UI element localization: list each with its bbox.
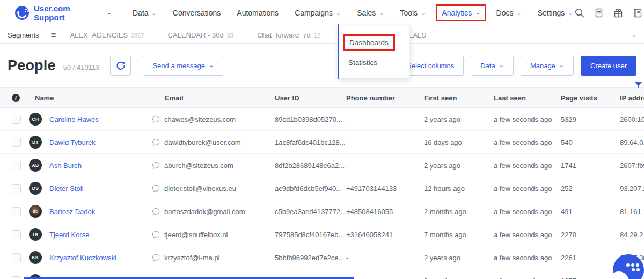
column-header[interactable]: Email [165,94,275,102]
user-name-link[interactable]: Dawid Tyburek [46,138,151,146]
first-seen-cell: 2 years ago [424,161,494,170]
ip-cell: 2607:fb9 [620,161,644,170]
menu-item-statistics[interactable]: Statistics [339,53,409,72]
chat-bubble-icon[interactable] [151,161,164,170]
phone-cell: - [346,138,424,146]
nav-item-campaigns[interactable]: Campaigns⌄ [295,9,341,17]
user-id-cell: 797585d8cf40167eb... [275,231,346,239]
create-user-button[interactable]: Create user [581,56,636,76]
nav-item-automations[interactable]: Automations [237,9,279,17]
row-checkbox[interactable] [12,230,21,239]
row-avatar: AB [29,159,42,172]
chat-bubble-icon[interactable] [151,253,164,262]
row-checkbox[interactable] [12,253,21,262]
segment-name: Chat_forward_7d [257,31,311,39]
column-header[interactable]: Name [35,94,165,102]
segment-tab[interactable]: CALENDAR - 30d58 [168,31,233,39]
send-message-label: Send a message [152,62,205,70]
user-name-link[interactable]: Krzysztof Kuczkowski [46,254,151,262]
filter-funnel-icon[interactable] [634,82,642,91]
nav-item-conversations[interactable]: Conversations [173,9,221,17]
toolbar-right-group: Select columns Data ⌄ Manage ⌄ Create us… [397,56,636,76]
column-header[interactable]: Phone number [346,94,424,102]
user-id-cell: c5b9ea3aed4137772... [275,208,346,216]
phone-cell: +491703144133 [346,185,424,193]
chat-widget-dots-icon [626,263,630,267]
user-name-link[interactable]: Ash Burch [46,161,151,170]
brand[interactable]: User.com Support ⌄ [0,0,112,26]
last-seen-cell: a few seconds ago [494,231,561,239]
user-id-cell: 8df2b28689148e6a2... [275,161,346,170]
nav-item-docs[interactable]: Docs⌄ [496,9,522,17]
last-seen-cell: a few seconds ago [494,138,561,146]
user-name-link[interactable]: Bartosz Dadok [46,208,151,216]
record-count: 50 / 410113 [63,63,100,71]
last-seen-cell: a few seconds ago [494,208,561,216]
column-header[interactable]: First seen [424,94,494,102]
manage-label: Manage [530,62,555,70]
gift-icon[interactable] [612,6,625,19]
create-user-label: Create user [590,62,627,70]
chat-bubble-icon[interactable] [151,207,164,216]
menu-item-dashboards[interactable]: Dashboards [339,32,409,53]
email-cell: dawidtyburek@user.com [164,138,275,146]
page-visits-cell: 5329 [561,115,620,123]
user-name-link[interactable]: Dieter Stoll [46,185,151,193]
nav-item-analytics[interactable]: Analytics⌄ [442,9,480,17]
manage-button[interactable]: Manage ⌄ [521,56,574,76]
chat-bubble-icon[interactable] [151,230,164,239]
segments-bar: Segments ≡ ALEX_AGENCIES3867CALENDAR - 3… [0,26,644,44]
chevron-down-icon: ⌄ [559,62,564,68]
nav-item-settings[interactable]: Settings⌄ [538,9,573,17]
nav-item-inner: Campaigns⌄ [295,9,341,17]
nav-item-tools[interactable]: Tools⌄ [400,9,426,17]
table-row: ABAsh Burchaburch@sitezeus.com8df2b28689… [0,154,644,177]
column-header[interactable]: IP addre [620,94,644,102]
segment-count: 58 [227,32,233,39]
search-icon[interactable] [573,6,586,19]
table-row: CHCaroline Haweschawes@sitezeus.com89cd1… [0,108,644,131]
row-checkbox[interactable] [12,207,21,216]
row-checkbox[interactable] [12,161,21,170]
column-header[interactable]: Last seen [494,94,561,102]
refresh-button[interactable] [110,56,131,76]
row-checkbox[interactable] [12,276,21,279]
page-title: People [8,57,56,74]
nav-item-sales[interactable]: Sales⌄ [357,9,384,17]
segment-tab[interactable]: ALEX_AGENCIES3867 [70,31,144,39]
menu-item-label: Dashboards [343,34,395,51]
email-cell: krzysztof@i-ma.pl [164,254,275,262]
nav-item-data[interactable]: Data⌄ [133,9,157,17]
first-seen-cell: 2 years ago [424,115,494,123]
chat-bubble-icon[interactable] [151,184,164,193]
user-name-link[interactable]: Caroline Hawes [46,115,151,123]
last-seen-cell: a few seconds ago [494,254,561,262]
segments-menu-icon[interactable]: ≡ [51,31,56,40]
last-seen-cell: a few seconds ago [494,115,561,123]
row-avatar: CH [29,113,42,126]
chat-bubble-icon[interactable] [151,115,164,124]
column-header[interactable]: User ID [275,94,346,102]
segment-count: 12 [314,32,320,39]
user-id-cell: 89cd1b0398d05270... [275,115,346,123]
send-message-button[interactable]: Send a message ⌄ [143,56,223,76]
top-navigation: User.com Support ⌄ Data⌄ConversationsAut… [0,0,644,26]
chevron-down-icon: ⌄ [107,10,112,16]
row-checkbox[interactable] [12,115,21,124]
page-visits-cell: 2270 [561,231,620,239]
nav-item-label: Docs [496,9,514,17]
row-checkbox[interactable] [12,138,21,147]
row-checkbox[interactable] [12,184,21,193]
document-icon[interactable] [592,6,605,19]
segment-name: CALENDAR - 30d [168,31,224,39]
data-button[interactable]: Data ⌄ [471,56,514,76]
changelog-book-icon[interactable] [631,6,644,19]
column-header[interactable]: Page visits [561,94,620,102]
user-name-link[interactable]: Tjeerd Korse [46,231,151,239]
chat-bubble-icon[interactable] [151,138,164,147]
first-seen-cell: 2 years ago [424,254,494,262]
segments-overflow-chevron-icon[interactable]: ⌄ [631,31,636,39]
table-body: CHCaroline Haweschawes@sitezeus.com89cd1… [0,108,644,279]
segment-tab[interactable]: Chat_forward_7d12 [257,31,320,39]
info-icon[interactable]: i [12,94,20,102]
